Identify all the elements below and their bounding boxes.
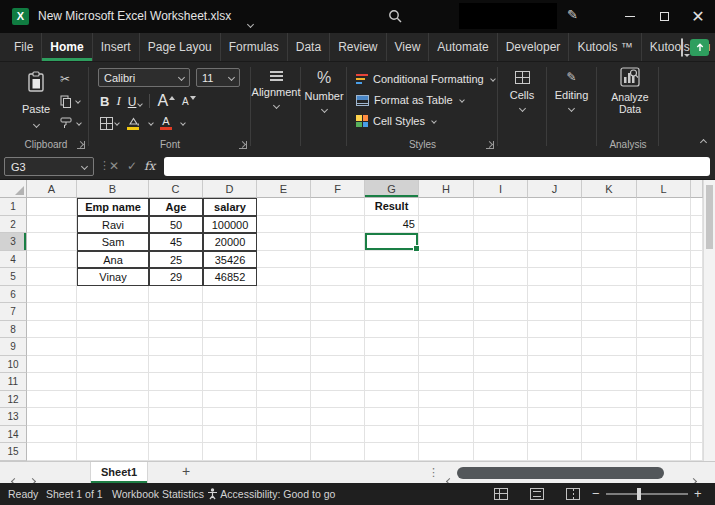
- cell-F13[interactable]: [311, 408, 365, 426]
- cell-E8[interactable]: [257, 321, 311, 339]
- menu-item-file[interactable]: File: [6, 33, 42, 61]
- menu-item-review[interactable]: Review: [330, 33, 386, 61]
- cell-F5[interactable]: [311, 268, 365, 286]
- workbook-statistics-button[interactable]: Workbook Statistics: [112, 488, 204, 500]
- close-button[interactable]: ✕: [681, 0, 715, 33]
- italic-button[interactable]: I: [116, 93, 120, 109]
- cell-A2[interactable]: [27, 216, 77, 234]
- cell-K15[interactable]: [582, 443, 637, 461]
- column-header-G[interactable]: G: [365, 180, 419, 198]
- sheet-tab-sheet1[interactable]: Sheet1: [90, 462, 148, 483]
- row-header-11[interactable]: 11: [0, 373, 27, 391]
- cell-F2[interactable]: [311, 216, 365, 234]
- cell-A8[interactable]: [27, 321, 77, 339]
- row-header-12[interactable]: 12: [0, 391, 27, 409]
- minimize-button[interactable]: [613, 0, 647, 33]
- editing-group-button[interactable]: ✎ Editing: [548, 62, 595, 153]
- cell-E1[interactable]: [257, 198, 311, 216]
- cell-G2[interactable]: 45: [365, 216, 419, 234]
- row-header-14[interactable]: 14: [0, 426, 27, 444]
- cell-L3[interactable]: [637, 233, 691, 251]
- cell-L8[interactable]: [637, 321, 691, 339]
- cell-D8[interactable]: [203, 321, 257, 339]
- font-size-combobox[interactable]: 11: [196, 68, 240, 87]
- cell-J8[interactable]: [528, 321, 582, 339]
- cell-A5[interactable]: [27, 268, 77, 286]
- cell-J3[interactable]: [528, 233, 582, 251]
- cell-F6[interactable]: [311, 286, 365, 304]
- cell-L9[interactable]: [637, 338, 691, 356]
- column-header-H[interactable]: H: [419, 180, 474, 198]
- cell-D5[interactable]: 46852: [203, 268, 257, 286]
- cell-A1[interactable]: [27, 198, 77, 216]
- row-header-3[interactable]: 3: [0, 233, 27, 251]
- cell-A6[interactable]: [27, 286, 77, 304]
- cell-D14[interactable]: [203, 426, 257, 444]
- menu-item-formulas[interactable]: Formulas: [221, 33, 288, 61]
- cell-J4[interactable]: [528, 251, 582, 269]
- cell-K5[interactable]: [582, 268, 637, 286]
- row-header-6[interactable]: 6: [0, 286, 27, 304]
- cell-E15[interactable]: [257, 443, 311, 461]
- underline-button[interactable]: U: [128, 92, 143, 110]
- cell-L14[interactable]: [637, 426, 691, 444]
- cell-H3[interactable]: [419, 233, 474, 251]
- alignment-group-button[interactable]: Alignment: [252, 62, 300, 153]
- cell-E12[interactable]: [257, 391, 311, 409]
- cell-C1[interactable]: Age: [149, 198, 203, 216]
- cell-B5[interactable]: Vinay: [77, 268, 149, 286]
- row-header-13[interactable]: 13: [0, 408, 27, 426]
- cell-C6[interactable]: [149, 286, 203, 304]
- cell-E7[interactable]: [257, 303, 311, 321]
- cell-J5[interactable]: [528, 268, 582, 286]
- cell-K14[interactable]: [582, 426, 637, 444]
- cell-B3[interactable]: Sam: [77, 233, 149, 251]
- cell-D7[interactable]: [203, 303, 257, 321]
- collapse-ribbon-icon[interactable]: [700, 139, 707, 146]
- cell-I4[interactable]: [474, 251, 528, 269]
- menu-item-insert[interactable]: Insert: [93, 33, 140, 61]
- cell-C15[interactable]: [149, 443, 203, 461]
- cell-E11[interactable]: [257, 373, 311, 391]
- format-painter-button[interactable]: [60, 115, 81, 131]
- cell-L2[interactable]: [637, 216, 691, 234]
- column-header-I[interactable]: I: [474, 180, 528, 198]
- cell-H6[interactable]: [419, 286, 474, 304]
- cell-E2[interactable]: [257, 216, 311, 234]
- name-box[interactable]: G3: [4, 157, 94, 176]
- cell-K12[interactable]: [582, 391, 637, 409]
- cell-F1[interactable]: [311, 198, 365, 216]
- cell-J9[interactable]: [528, 338, 582, 356]
- cell-C7[interactable]: [149, 303, 203, 321]
- borders-button[interactable]: [100, 117, 119, 130]
- column-header-K[interactable]: K: [582, 180, 637, 198]
- cell-K6[interactable]: [582, 286, 637, 304]
- cell-C3[interactable]: 45: [149, 233, 203, 251]
- cell-F12[interactable]: [311, 391, 365, 409]
- cell-B6[interactable]: [77, 286, 149, 304]
- cell-L7[interactable]: [637, 303, 691, 321]
- cell-E10[interactable]: [257, 356, 311, 374]
- cell-B1[interactable]: Emp name: [77, 198, 149, 216]
- cancel-entry-icon[interactable]: ✕: [109, 159, 119, 173]
- cell-F8[interactable]: [311, 321, 365, 339]
- cell-A9[interactable]: [27, 338, 77, 356]
- cell-H12[interactable]: [419, 391, 474, 409]
- row-header-9[interactable]: 9: [0, 338, 27, 356]
- cell-I7[interactable]: [474, 303, 528, 321]
- cell-L15[interactable]: [637, 443, 691, 461]
- cell-G7[interactable]: [365, 303, 419, 321]
- column-header-B[interactable]: B: [77, 180, 149, 198]
- row-header-8[interactable]: 8: [0, 321, 27, 339]
- cell-L6[interactable]: [637, 286, 691, 304]
- cell-F9[interactable]: [311, 338, 365, 356]
- cell-G1[interactable]: Result: [365, 198, 419, 216]
- formula-input[interactable]: [164, 157, 710, 176]
- cell-K11[interactable]: [582, 373, 637, 391]
- cell-E4[interactable]: [257, 251, 311, 269]
- menu-item-page-layou[interactable]: Page Layou: [140, 33, 221, 61]
- cell-I8[interactable]: [474, 321, 528, 339]
- paste-button[interactable]: Paste: [16, 68, 56, 130]
- number-group-button[interactable]: % Number: [302, 62, 346, 153]
- normal-view-button[interactable]: [494, 488, 508, 500]
